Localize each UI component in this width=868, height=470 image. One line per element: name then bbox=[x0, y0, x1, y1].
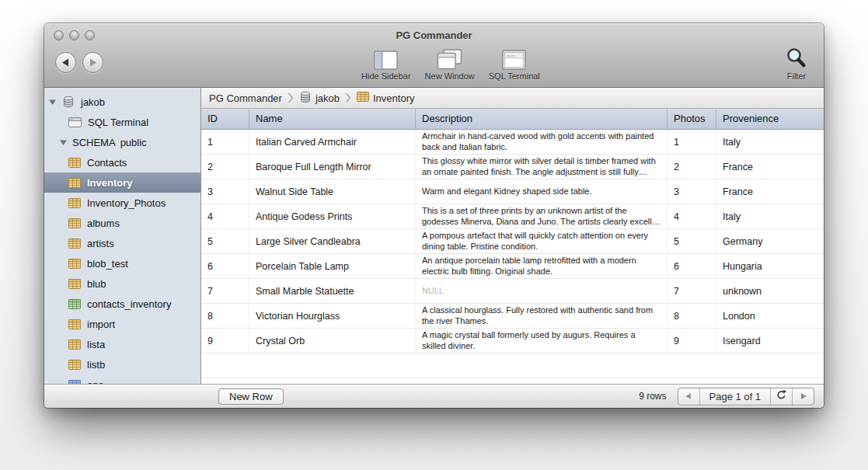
sidebar-item-contacts-inventory[interactable]: contacts_inventory bbox=[44, 294, 200, 314]
back-button[interactable] bbox=[55, 52, 76, 73]
table-row[interactable]: 4Antique Godess PrintsThis is a set of t… bbox=[201, 204, 824, 229]
cell-description[interactable]: A classical hourglass. Fully restored wi… bbox=[416, 304, 668, 328]
toolbar-buttons: Hide Sidebar New Window SELECT *; SQL Te… bbox=[358, 49, 543, 81]
cell-photos[interactable]: 5 bbox=[668, 229, 716, 253]
app-window: PG Commander Hide Sidebar New Window SEL… bbox=[44, 23, 824, 408]
cell-photos[interactable]: 1 bbox=[668, 130, 716, 154]
table-row[interactable]: 1Italian Carved ArmchairArmchair in hand… bbox=[201, 130, 824, 155]
cell-photos[interactable]: 9 bbox=[668, 329, 716, 353]
cell-name[interactable]: Victorian Hourglass bbox=[249, 304, 416, 328]
breadcrumb-item-app[interactable]: PG Commander bbox=[209, 92, 282, 104]
column-header-provenience[interactable]: Provenience bbox=[716, 109, 824, 129]
cell-name[interactable]: Antique Godess Prints bbox=[249, 204, 416, 228]
refresh-button[interactable] bbox=[770, 388, 792, 405]
breadcrumb-item-table[interactable]: Inventory bbox=[357, 92, 414, 104]
forward-button[interactable] bbox=[82, 52, 103, 73]
cell-name[interactable]: Crystal Orb bbox=[249, 329, 416, 353]
sidebar-item-import[interactable]: import bbox=[44, 314, 200, 334]
sidebar-item-listb[interactable]: listb bbox=[44, 354, 200, 374]
new-row-button[interactable]: New Row bbox=[218, 388, 284, 405]
cell-id[interactable]: 6 bbox=[201, 254, 249, 278]
table-row[interactable]: 3Walnut Side TableWarm and elegant Kidne… bbox=[201, 179, 824, 204]
cell-provenience[interactable]: Italy bbox=[716, 204, 824, 228]
cell-photos[interactable]: 6 bbox=[668, 254, 716, 278]
table-row[interactable]: 2Baroque Full Length MirrorThis glossy w… bbox=[201, 155, 824, 179]
cell-name[interactable]: Large Silver Candleabra bbox=[249, 229, 416, 253]
filter-button[interactable]: Filter bbox=[782, 49, 811, 81]
cell-photos[interactable]: 4 bbox=[668, 204, 716, 228]
search-icon bbox=[785, 49, 808, 70]
cell-name[interactable]: Small Marble Statuette bbox=[249, 279, 416, 303]
cell-description[interactable]: A pompous artefact that will quickly cat… bbox=[416, 229, 668, 253]
hide-sidebar-button[interactable]: Hide Sidebar bbox=[358, 49, 414, 81]
chevron-right-icon bbox=[345, 91, 351, 105]
sidebar-item-blub[interactable]: blub bbox=[44, 273, 200, 294]
table-row[interactable]: 9Crystal OrbA magic crystal ball formerl… bbox=[201, 329, 824, 353]
sidebar-item-jakob[interactable]: jakob bbox=[44, 92, 200, 112]
cell-provenience[interactable]: France bbox=[716, 179, 824, 204]
cell-provenience[interactable]: Isengard bbox=[716, 329, 824, 353]
cell-id[interactable]: 2 bbox=[201, 155, 249, 179]
sidebar-item-artists[interactable]: artists bbox=[44, 233, 200, 253]
table-row[interactable]: 5Large Silver CandleabraA pompous artefa… bbox=[201, 229, 824, 254]
sidebar-item-inventory-photos[interactable]: Inventory_Photos bbox=[44, 193, 200, 213]
column-header-id[interactable]: ID bbox=[201, 109, 249, 129]
cell-provenience[interactable]: Italy bbox=[716, 130, 824, 154]
sidebar-item-sql-terminal[interactable]: SQL Terminal bbox=[44, 112, 200, 132]
sidebar: jakobSQL TerminalSCHEMApublicContactsInv… bbox=[44, 88, 201, 384]
next-page-button[interactable] bbox=[792, 388, 814, 405]
cell-description[interactable]: An antique porcelain table lamp retrofit… bbox=[416, 254, 668, 278]
sidebar-item-inventory[interactable]: Inventory bbox=[44, 172, 200, 193]
cell-description[interactable]: NULL bbox=[416, 279, 668, 303]
cell-photos[interactable]: 7 bbox=[668, 279, 716, 303]
cell-id[interactable]: 9 bbox=[201, 329, 249, 353]
column-header-description[interactable]: Description bbox=[416, 109, 668, 129]
cell-description[interactable]: A magic crystal ball formerly used by au… bbox=[416, 329, 668, 353]
cell-name[interactable]: Baroque Full Length Mirror bbox=[249, 155, 416, 179]
disclosure-triangle-icon[interactable] bbox=[60, 139, 67, 146]
previous-page-button[interactable] bbox=[678, 388, 699, 405]
cell-name[interactable]: Porcelain Table Lamp bbox=[249, 254, 416, 278]
cell-photos[interactable]: 8 bbox=[668, 304, 716, 328]
cell-provenience[interactable]: Hungaria bbox=[716, 254, 824, 278]
cell-id[interactable]: 1 bbox=[201, 130, 249, 154]
sidebar-item-lista[interactable]: lista bbox=[44, 334, 200, 354]
cell-provenience[interactable]: France bbox=[716, 155, 824, 179]
cell-description[interactable]: Warm and elegant Kidney shaped side tabl… bbox=[416, 179, 668, 204]
disclosure-triangle-icon[interactable] bbox=[49, 99, 56, 106]
column-header-photos[interactable]: Photos bbox=[668, 109, 716, 129]
breadcrumb-item-database[interactable]: jakob bbox=[299, 91, 340, 106]
cell-name[interactable]: Italian Carved Armchair bbox=[249, 130, 416, 154]
pagination-control: Page 1 of 1 bbox=[678, 388, 815, 406]
table-row[interactable]: 8Victorian HourglassA classical hourglas… bbox=[201, 304, 824, 329]
table-row[interactable]: 7Small Marble StatuetteNULL7unknown bbox=[201, 279, 824, 304]
cell-description[interactable]: This is a set of three prints by an unkn… bbox=[416, 204, 668, 228]
cell-photos[interactable]: 2 bbox=[668, 155, 716, 179]
cell-provenience[interactable]: Germany bbox=[716, 229, 824, 253]
sql-terminal-button[interactable]: SELECT *; SQL Terminal bbox=[486, 49, 543, 81]
table-row[interactable]: 6Porcelain Table LampAn antique porcelai… bbox=[201, 254, 824, 279]
sidebar-item-blob-test[interactable]: blob_test bbox=[44, 253, 200, 273]
cell-id[interactable]: 7 bbox=[201, 279, 249, 303]
sidebar-item-contacts[interactable]: Contacts bbox=[44, 152, 200, 172]
terminal-icon bbox=[68, 117, 82, 127]
column-header-name[interactable]: Name bbox=[249, 109, 416, 129]
new-window-button[interactable]: New Window bbox=[422, 49, 478, 81]
cell-description[interactable]: This glossy white mirror with silver det… bbox=[416, 155, 668, 179]
cell-name[interactable]: Walnut Side Table bbox=[249, 179, 416, 204]
cell-id[interactable]: 8 bbox=[201, 304, 249, 328]
page-prev-icon bbox=[685, 389, 692, 403]
cell-id[interactable]: 3 bbox=[201, 179, 249, 204]
sidebar-item-public[interactable]: SCHEMApublic bbox=[44, 132, 200, 152]
database-icon bbox=[62, 96, 75, 108]
sidebar-item-one[interactable]: one bbox=[44, 374, 200, 384]
hide-sidebar-label: Hide Sidebar bbox=[361, 71, 411, 81]
cell-provenience[interactable]: London bbox=[716, 304, 824, 328]
cell-photos[interactable]: 3 bbox=[668, 179, 716, 204]
cell-provenience[interactable]: unknown bbox=[716, 279, 824, 303]
cell-id[interactable]: 5 bbox=[201, 229, 249, 253]
sidebar-item-albums[interactable]: albums bbox=[44, 213, 200, 233]
cell-description[interactable]: Armchair in hand-carved wood with gold a… bbox=[416, 130, 668, 154]
cell-id[interactable]: 4 bbox=[201, 204, 249, 228]
table-icon bbox=[68, 238, 81, 249]
